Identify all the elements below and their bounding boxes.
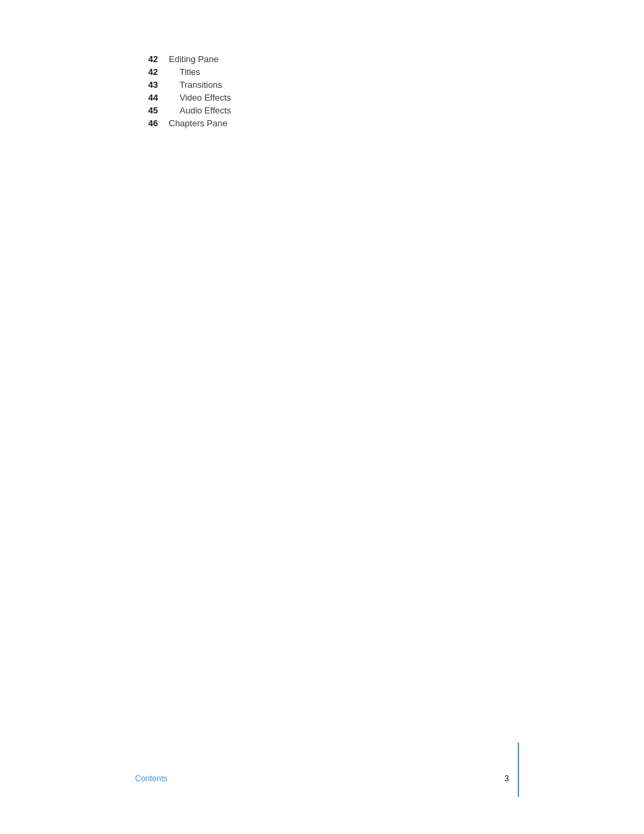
toc-number: 42 (135, 54, 169, 67)
page-content: 42Editing Pane42Titles43Transitions44Vid… (0, 54, 644, 131)
footer-area: Contents 3 (0, 774, 644, 783)
toc-number: 44 (135, 93, 169, 105)
contents-link[interactable]: Contents (135, 774, 167, 783)
toc-row: 42Editing Pane (135, 54, 509, 67)
toc-title: Chapters Pane (169, 118, 509, 131)
footer-divider (518, 743, 519, 797)
toc-title: Transitions (169, 80, 509, 93)
toc-title: Titles (169, 67, 509, 80)
toc-number: 43 (135, 80, 169, 93)
toc-table: 42Editing Pane42Titles43Transitions44Vid… (135, 54, 509, 131)
toc-title: Audio Effects (169, 105, 509, 118)
toc-row: 46Chapters Pane (135, 118, 509, 131)
toc-row: 43Transitions (135, 80, 509, 93)
toc-row: 44Video Effects (135, 93, 509, 105)
toc-row: 45Audio Effects (135, 105, 509, 118)
toc-number: 42 (135, 67, 169, 80)
toc-number: 45 (135, 105, 169, 118)
toc-title: Editing Pane (169, 54, 509, 67)
page-number: 3 (504, 774, 509, 783)
toc-number: 46 (135, 118, 169, 131)
toc-title: Video Effects (169, 93, 509, 105)
toc-row: 42Titles (135, 67, 509, 80)
